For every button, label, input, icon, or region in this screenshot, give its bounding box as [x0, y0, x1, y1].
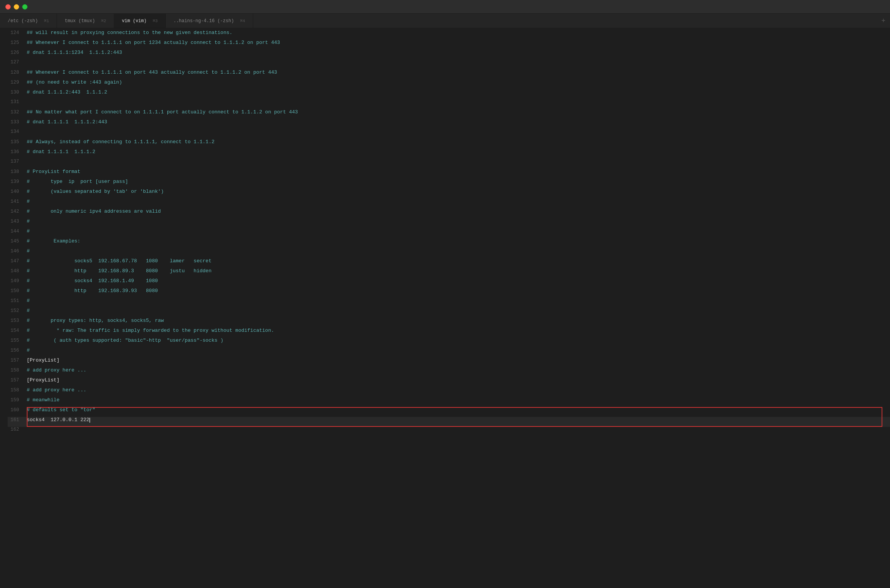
line-row: 132## No matter what port I connect to o… [8, 109, 890, 119]
line-number: 138 [8, 169, 27, 174]
line-number: 159 [8, 397, 27, 403]
line-row: 140# (values separated by 'tab' or 'blan… [8, 189, 890, 199]
line-text: # add proxy here ... [27, 387, 86, 393]
line-text: # [27, 199, 30, 204]
line-number: 162 [8, 427, 27, 432]
line-row: 161socks4 127.0.0.1 222 [8, 417, 890, 427]
line-row: 159# meanwhile [8, 397, 890, 407]
line-row: 134 [8, 129, 890, 139]
line-row: 149# socks4 192.168.1.49 1080 [8, 278, 890, 288]
line-number: 127 [8, 60, 27, 65]
line-number: 140 [8, 189, 27, 194]
line-text: # [27, 347, 30, 353]
tab-tab2[interactable]: tmux (tmux)⌘2 [57, 14, 114, 28]
line-text: # http 192.168.39.93 8080 [27, 288, 158, 294]
tab-shortcut: ⌘3 [153, 18, 158, 23]
line-row: 137 [8, 159, 890, 169]
line-number: 130 [8, 90, 27, 95]
tab-tab4[interactable]: ..hains-ng-4.16 (-zsh)⌘4 [166, 14, 253, 28]
line-row: 144# [8, 228, 890, 238]
line-content: 124## will result in proxying connection… [0, 28, 890, 588]
tab-bar: /etc (-zsh)⌘1tmux (tmux)⌘2vim (vim)⌘3..h… [0, 14, 890, 28]
line-number: 154 [8, 328, 27, 333]
line-row: 162 [8, 427, 890, 437]
line-text: # add proxy here ... [27, 367, 86, 373]
line-row: 153# proxy types: http, socks4, socks5, … [8, 318, 890, 328]
line-number: 134 [8, 129, 27, 134]
line-text: ## Always, instead of connecting to 1.1.… [27, 139, 214, 145]
maximize-button[interactable] [22, 4, 28, 10]
line-text: # Examples: [27, 238, 80, 244]
line-row: 133# dnat 1.1.1.1 1.1.1.2:443 [8, 119, 890, 129]
line-row: 145# Examples: [8, 238, 890, 248]
line-text: # meanwhile [27, 397, 60, 403]
line-number: 145 [8, 239, 27, 244]
line-number: 144 [8, 229, 27, 234]
line-number: 133 [8, 120, 27, 125]
tab-shortcut: ⌘4 [240, 18, 245, 23]
line-text: # only numeric ipv4 addresses are valid [27, 208, 161, 214]
line-row: 136# dnat 1.1.1.1 1.1.1.2 [8, 149, 890, 159]
line-text: # http 192.168.89.3 8080 justu hidden [27, 268, 212, 274]
line-number: 153 [8, 318, 27, 323]
line-number: 124 [8, 30, 27, 36]
line-row: 135## Always, instead of connecting to 1… [8, 139, 890, 149]
line-text: # * raw: The traffic is simply forwarded… [27, 328, 274, 333]
line-text: ## No matter what port I connect to on 1… [27, 109, 298, 115]
line-text: [ProxyList] [27, 377, 60, 383]
line-text: # [27, 248, 30, 254]
line-row: 157[ProxyList] [8, 377, 890, 387]
line-number: 149 [8, 278, 27, 284]
line-number: 150 [8, 288, 27, 294]
close-button[interactable] [5, 4, 11, 10]
line-number: 125 [8, 40, 27, 45]
line-text: # (values separated by 'tab' or 'blank') [27, 189, 164, 194]
line-number: 136 [8, 149, 27, 155]
line-text: [ProxyList] [27, 357, 60, 363]
line-text: # type ip port [user pass] [27, 179, 128, 184]
line-number: 126 [8, 50, 27, 55]
line-number: 135 [8, 139, 27, 145]
tab-add-button[interactable]: + [877, 14, 890, 28]
line-number: 161 [8, 417, 27, 423]
line-row: 141# [8, 199, 890, 208]
line-number: 137 [8, 159, 27, 164]
tab-tab1[interactable]: /etc (-zsh)⌘1 [0, 14, 57, 28]
tab-label: tmux (tmux) [65, 18, 95, 24]
line-row: 130# dnat 1.1.1.2:443 1.1.1.2 [8, 89, 890, 99]
line-row: 126# dnat 1.1.1.1:1234 1.1.1.2:443 [8, 50, 890, 60]
line-text: # [27, 308, 30, 313]
line-row: 158# add proxy here ... [8, 367, 890, 377]
tab-label: ..hains-ng-4.16 (-zsh) [173, 18, 234, 24]
line-text: # dnat 1.1.1.1 1.1.1.2:443 [27, 119, 107, 125]
line-number: 142 [8, 209, 27, 214]
title-bar [0, 0, 890, 14]
line-row: 143# [8, 218, 890, 228]
line-row: 148# http 192.168.89.3 8080 justu hidden [8, 268, 890, 278]
line-row: 151# [8, 298, 890, 308]
line-text: ## Whenever I connect to 1.1.1.1 on port… [27, 69, 277, 75]
tab-tab3[interactable]: vim (vim)⌘3 [114, 14, 166, 28]
line-row: 139# type ip port [user pass] [8, 179, 890, 189]
line-text: # [27, 228, 30, 234]
line-row: 158# add proxy here ... [8, 387, 890, 397]
line-text: # defaults set to "tor" [27, 407, 95, 413]
line-row: 129## (no need to write :443 again) [8, 79, 890, 89]
traffic-lights[interactable] [5, 4, 28, 10]
line-row: 157[ProxyList] [8, 357, 890, 367]
line-row: 156# [8, 347, 890, 357]
minimize-button[interactable] [14, 4, 19, 10]
line-text: # socks5 192.168.67.78 1080 lamer secret [27, 258, 212, 264]
line-number: 129 [8, 80, 27, 85]
line-text: # ProxyList format [27, 169, 80, 174]
line-number: 147 [8, 258, 27, 264]
line-row: 146# [8, 248, 890, 258]
line-text: ## Whenever I connect to 1.1.1.1 on port… [27, 40, 280, 45]
line-text: ## (no need to write :443 again) [27, 79, 122, 85]
line-row: 147# socks5 192.168.67.78 1080 lamer sec… [8, 258, 890, 268]
line-row: 142# only numeric ipv4 addresses are val… [8, 208, 890, 218]
line-text: socks4 127.0.0.1 222 [27, 417, 90, 423]
line-number: 141 [8, 199, 27, 204]
tab-label: vim (vim) [122, 18, 147, 24]
line-text: # socks4 192.168.1.49 1080 [27, 278, 158, 284]
